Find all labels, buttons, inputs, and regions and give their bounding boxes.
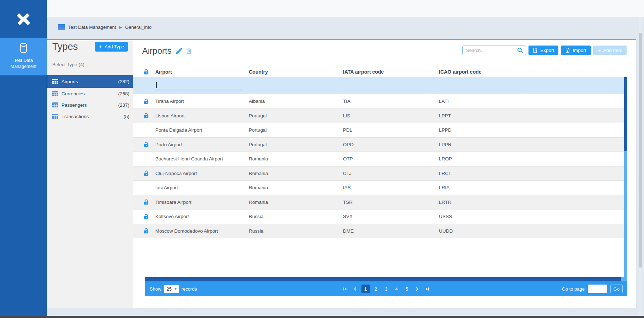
cell-country: Romania [249, 185, 343, 190]
table-header-row: Airport Country IATA airport code ICAO a… [133, 67, 624, 77]
go-button[interactable]: Go [610, 285, 623, 293]
goto-page-input[interactable] [588, 285, 607, 293]
filter-input-iata[interactable] [343, 82, 431, 90]
types-panel: Types + Add Type Select Type (4) Airport… [47, 40, 133, 308]
previous-page-button[interactable] [351, 285, 360, 293]
filter-input-icao[interactable] [439, 82, 527, 90]
filter-input-airport[interactable] [155, 82, 243, 90]
column-header-iata[interactable]: IATA airport code [343, 69, 439, 75]
cell-iata: OTP [343, 156, 439, 161]
last-page-button[interactable] [423, 285, 432, 293]
type-item-currencies[interactable]: Currencies (268) [47, 88, 133, 99]
filter-cell-airport [155, 82, 249, 94]
add-type-button[interactable]: + Add Type [95, 42, 128, 52]
page-scrollbar[interactable] [639, 17, 642, 316]
cell-country: Portugal [249, 113, 343, 118]
type-item-passengers[interactable]: Passengers (237) [47, 99, 133, 111]
column-header-airport[interactable]: Airport [155, 69, 249, 75]
breadcrumb-arrow-icon: ▶ [119, 25, 122, 29]
search-input[interactable] [466, 48, 517, 53]
page-size-select[interactable]: 25 ▼ [164, 285, 179, 293]
page-scrollbar-thumb[interactable] [639, 33, 642, 267]
table-row[interactable]: Ponta Delgada Airport Portugal PDL LPPD [133, 123, 624, 138]
sidebar-item-test-data-management[interactable]: Test Data Management [0, 38, 47, 75]
cell-icao: LPPR [439, 142, 624, 147]
page-buttons: 12345 [341, 285, 432, 293]
filter-cell-country [249, 82, 343, 94]
vertical-scrollbar-thumb[interactable] [624, 77, 627, 151]
cell-country: Portugal [249, 127, 343, 133]
table-grid-icon [52, 91, 58, 96]
type-item-airports[interactable]: Airports (282) [47, 75, 133, 88]
cell-icao: LPPT [439, 113, 624, 118]
filter-cell-icao [439, 82, 624, 94]
cell-icao: LRTR [439, 200, 624, 205]
previous-page-icon [353, 287, 357, 291]
table-row[interactable]: Koltsovo Airport Russia SVX USSS [133, 210, 624, 224]
page-button-2[interactable]: 2 [372, 285, 380, 293]
type-item-label: Airports [61, 79, 78, 84]
type-item-count: (5) [124, 114, 130, 119]
type-item-label: Currencies [61, 91, 85, 96]
breadcrumb-item-current[interactable]: General_info [125, 25, 151, 30]
table-row[interactable]: Timisoara Airport Romania TSR LRTR [133, 195, 624, 210]
cell-iata: LIS [343, 113, 439, 118]
horizontal-scrollbar-thumb[interactable] [145, 277, 621, 281]
cell-icao: LPPD [439, 127, 624, 133]
add-item-button[interactable]: + Add Item [593, 46, 627, 55]
lock-icon [144, 69, 155, 75]
breadcrumb-item-root[interactable]: Test Data Management [68, 25, 116, 30]
first-page-button[interactable] [341, 285, 349, 293]
next-page-button[interactable] [413, 285, 422, 293]
table-row[interactable]: Lisbon Airport Portugal LIS LPPT [133, 109, 624, 123]
table-horizontal-scrollbar[interactable] [145, 277, 625, 281]
import-button[interactable]: Import [561, 46, 590, 55]
cell-country: Russia [249, 228, 343, 234]
table-row[interactable]: Cluj-Napoca Airport Romania CLJ LRCL [133, 166, 624, 181]
filter-input-country[interactable] [249, 82, 337, 90]
cell-icao: LROP [439, 156, 624, 161]
table-grid-icon [52, 79, 58, 84]
cell-iata: DME [343, 228, 439, 234]
cell-airport: Timisoara Airport [155, 200, 249, 205]
search-icon[interactable] [517, 47, 523, 53]
table-row[interactable]: Porto Airport Portugal OPO LPPR [133, 138, 624, 152]
edit-type-button[interactable] [176, 48, 182, 54]
type-item-label: Passengers [61, 102, 87, 108]
table-vertical-scrollbar[interactable] [624, 77, 627, 281]
table-body: Tirana Airport Albania TIA LATI Lisbon A… [133, 94, 624, 238]
lock-icon [144, 214, 149, 219]
cell-iata: SVX [343, 214, 439, 219]
cell-airport: Bucharest Henri Coanda Airport [155, 156, 249, 161]
lock-icon [144, 113, 149, 118]
cell-icao: LRIA [439, 185, 624, 190]
table-grid-icon [52, 102, 58, 107]
cell-country: Romania [249, 171, 343, 176]
type-item-count: (282) [118, 79, 129, 84]
delete-type-button[interactable] [186, 48, 192, 54]
cell-country: Portugal [249, 142, 343, 147]
cell-airport: Porto Airport [155, 142, 249, 147]
table-row[interactable]: Iasi Airport Romania IAS LRIA [133, 181, 624, 195]
lock-icon [144, 199, 149, 205]
app-logo[interactable] [0, 0, 47, 38]
cell-airport: Tirana Airport [155, 99, 249, 104]
page-button-3[interactable]: 3 [382, 285, 391, 293]
type-list: Airports (282) Currencies (268) [47, 75, 133, 122]
type-item-count: (268) [118, 91, 129, 96]
export-button[interactable]: Export [528, 46, 558, 55]
page-button-1[interactable]: 1 [361, 285, 370, 293]
type-item-label: Transactions [61, 114, 89, 119]
column-header-icao[interactable]: ICAO airport code [439, 69, 624, 75]
page-button-4[interactable]: 4 [392, 285, 401, 293]
page-button-5[interactable]: 5 [403, 285, 411, 293]
cell-icao: UUDD [439, 228, 624, 234]
table-row[interactable]: Bucharest Henri Coanda Airport Romania O… [133, 152, 624, 166]
table-row[interactable]: Moscow Domodedovo Airport Russia DME UUD… [133, 224, 624, 239]
pagination-bar: Show 25 ▼ records [145, 281, 627, 296]
type-item-transactions[interactable]: Transactions (5) [47, 111, 133, 122]
column-header-country[interactable]: Country [249, 69, 343, 75]
table-row[interactable]: Tirana Airport Albania TIA LATI [133, 94, 624, 109]
select-type-label: Select Type (4) [47, 62, 133, 67]
type-item-count: (237) [118, 102, 129, 108]
